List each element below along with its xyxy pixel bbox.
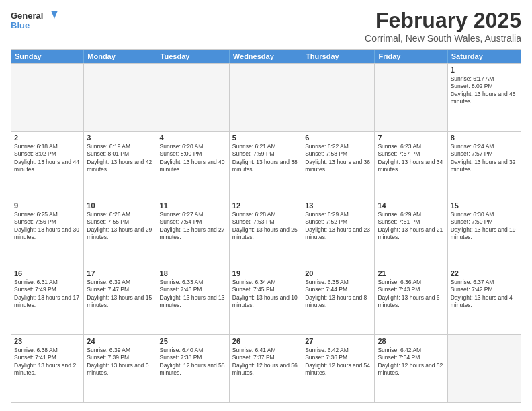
calendar-cell: 12Sunrise: 6:28 AM Sunset: 7:53 PM Dayli…	[230, 199, 302, 267]
cell-info: Sunrise: 6:28 AM Sunset: 7:53 PM Dayligh…	[232, 211, 299, 242]
calendar-row-3: 16Sunrise: 6:31 AM Sunset: 7:49 PM Dayli…	[11, 267, 521, 334]
calendar-row-1: 2Sunrise: 6:18 AM Sunset: 8:02 PM Daylig…	[11, 131, 521, 199]
day-header-wednesday: Wednesday	[230, 50, 302, 63]
calendar-cell: 3Sunrise: 6:19 AM Sunset: 8:01 PM Daylig…	[84, 132, 157, 199]
cell-day-number: 15	[451, 201, 518, 210]
cell-day-number: 11	[160, 201, 226, 210]
calendar-cell: 4Sunrise: 6:20 AM Sunset: 8:00 PM Daylig…	[157, 132, 230, 199]
cell-info: Sunrise: 6:17 AM Sunset: 8:02 PM Dayligh…	[451, 75, 518, 106]
calendar-cell: 20Sunrise: 6:35 AM Sunset: 7:44 PM Dayli…	[302, 267, 375, 334]
calendar-cell	[84, 64, 157, 131]
calendar-body: 1Sunrise: 6:17 AM Sunset: 8:02 PM Daylig…	[11, 63, 521, 402]
calendar-cell: 2Sunrise: 6:18 AM Sunset: 8:02 PM Daylig…	[11, 132, 84, 199]
cell-info: Sunrise: 6:39 AM Sunset: 7:39 PM Dayligh…	[87, 347, 153, 377]
cell-info: Sunrise: 6:20 AM Sunset: 8:00 PM Dayligh…	[160, 143, 226, 174]
month-title: February 2025	[365, 8, 521, 33]
calendar-cell: 18Sunrise: 6:33 AM Sunset: 7:46 PM Dayli…	[157, 267, 230, 334]
cell-info: Sunrise: 6:31 AM Sunset: 7:49 PM Dayligh…	[14, 279, 81, 310]
calendar-cell: 13Sunrise: 6:29 AM Sunset: 7:52 PM Dayli…	[302, 199, 375, 267]
cell-day-number: 26	[232, 337, 299, 345]
svg-marker-2	[51, 11, 58, 19]
day-header-sunday: Sunday	[11, 50, 84, 63]
calendar-row-2: 9Sunrise: 6:25 AM Sunset: 7:56 PM Daylig…	[11, 199, 521, 267]
calendar-cell: 6Sunrise: 6:22 AM Sunset: 7:58 PM Daylig…	[302, 132, 375, 199]
cell-info: Sunrise: 6:21 AM Sunset: 7:59 PM Dayligh…	[232, 143, 299, 174]
cell-day-number: 10	[87, 201, 153, 210]
cell-info: Sunrise: 6:29 AM Sunset: 7:51 PM Dayligh…	[378, 211, 444, 242]
calendar-cell: 11Sunrise: 6:27 AM Sunset: 7:54 PM Dayli…	[157, 199, 230, 267]
cell-day-number: 9	[14, 201, 81, 210]
cell-info: Sunrise: 6:25 AM Sunset: 7:56 PM Dayligh…	[14, 211, 81, 242]
calendar-cell: 22Sunrise: 6:37 AM Sunset: 7:42 PM Dayli…	[448, 267, 521, 334]
cell-day-number: 4	[160, 134, 226, 142]
cell-info: Sunrise: 6:35 AM Sunset: 7:44 PM Dayligh…	[305, 279, 371, 310]
calendar-cell: 10Sunrise: 6:26 AM Sunset: 7:55 PM Dayli…	[84, 199, 157, 267]
cell-info: Sunrise: 6:29 AM Sunset: 7:52 PM Dayligh…	[305, 211, 371, 242]
calendar-cell: 9Sunrise: 6:25 AM Sunset: 7:56 PM Daylig…	[11, 199, 84, 267]
calendar-cell	[302, 64, 375, 131]
cell-info: Sunrise: 6:40 AM Sunset: 7:38 PM Dayligh…	[160, 347, 226, 377]
calendar-cell	[230, 64, 302, 131]
day-header-thursday: Thursday	[302, 50, 375, 63]
cell-info: Sunrise: 6:26 AM Sunset: 7:55 PM Dayligh…	[87, 211, 153, 242]
calendar-cell	[11, 64, 84, 131]
cell-info: Sunrise: 6:23 AM Sunset: 7:57 PM Dayligh…	[378, 143, 444, 174]
cell-day-number: 28	[378, 337, 444, 345]
calendar-row-4: 23Sunrise: 6:38 AM Sunset: 7:41 PM Dayli…	[11, 334, 521, 402]
day-header-saturday: Saturday	[448, 50, 521, 63]
calendar-row-0: 1Sunrise: 6:17 AM Sunset: 8:02 PM Daylig…	[11, 63, 521, 131]
logo: General Blue	[11, 8, 58, 32]
cell-day-number: 3	[87, 134, 153, 142]
calendar-cell: 16Sunrise: 6:31 AM Sunset: 7:49 PM Dayli…	[11, 267, 84, 334]
calendar-cell: 26Sunrise: 6:41 AM Sunset: 7:37 PM Dayli…	[230, 335, 302, 402]
cell-info: Sunrise: 6:37 AM Sunset: 7:42 PM Dayligh…	[451, 279, 518, 310]
cell-info: Sunrise: 6:30 AM Sunset: 7:50 PM Dayligh…	[451, 211, 518, 242]
calendar-cell: 25Sunrise: 6:40 AM Sunset: 7:38 PM Dayli…	[157, 335, 230, 402]
location-title: Corrimal, New South Wales, Australia	[365, 33, 521, 44]
cell-day-number: 16	[14, 269, 81, 277]
cell-day-number: 5	[232, 134, 299, 142]
cell-info: Sunrise: 6:32 AM Sunset: 7:47 PM Dayligh…	[87, 279, 153, 310]
day-header-tuesday: Tuesday	[157, 50, 230, 63]
logo-svg: General Blue	[11, 8, 58, 32]
cell-info: Sunrise: 6:42 AM Sunset: 7:34 PM Dayligh…	[378, 347, 444, 377]
calendar-cell: 5Sunrise: 6:21 AM Sunset: 7:59 PM Daylig…	[230, 132, 302, 199]
cell-day-number: 25	[160, 337, 226, 345]
cell-info: Sunrise: 6:18 AM Sunset: 8:02 PM Dayligh…	[14, 143, 81, 174]
calendar-cell: 27Sunrise: 6:42 AM Sunset: 7:36 PM Dayli…	[302, 335, 375, 402]
calendar-cell: 19Sunrise: 6:34 AM Sunset: 7:45 PM Dayli…	[230, 267, 302, 334]
calendar-cell	[375, 64, 447, 131]
cell-day-number: 19	[232, 269, 299, 277]
cell-day-number: 23	[14, 337, 81, 345]
cell-day-number: 7	[378, 134, 444, 142]
svg-text:Blue: Blue	[11, 20, 30, 30]
cell-day-number: 13	[305, 201, 371, 210]
title-block: February 2025 Corrimal, New South Wales,…	[365, 8, 521, 44]
day-header-friday: Friday	[375, 50, 447, 63]
cell-info: Sunrise: 6:34 AM Sunset: 7:45 PM Dayligh…	[232, 279, 299, 310]
cell-info: Sunrise: 6:36 AM Sunset: 7:43 PM Dayligh…	[378, 279, 444, 310]
calendar-cell: 21Sunrise: 6:36 AM Sunset: 7:43 PM Dayli…	[375, 267, 447, 334]
calendar-header: SundayMondayTuesdayWednesdayThursdayFrid…	[11, 50, 521, 63]
cell-day-number: 14	[378, 201, 444, 210]
cell-day-number: 8	[451, 134, 518, 142]
cell-info: Sunrise: 6:33 AM Sunset: 7:46 PM Dayligh…	[160, 279, 226, 310]
calendar-cell: 24Sunrise: 6:39 AM Sunset: 7:39 PM Dayli…	[84, 335, 157, 402]
cell-info: Sunrise: 6:41 AM Sunset: 7:37 PM Dayligh…	[232, 347, 299, 377]
cell-info: Sunrise: 6:42 AM Sunset: 7:36 PM Dayligh…	[305, 347, 371, 377]
cell-day-number: 21	[378, 269, 444, 277]
cell-info: Sunrise: 6:22 AM Sunset: 7:58 PM Dayligh…	[305, 143, 371, 174]
cell-day-number: 17	[87, 269, 153, 277]
calendar-cell	[448, 335, 521, 402]
calendar-cell: 1Sunrise: 6:17 AM Sunset: 8:02 PM Daylig…	[448, 64, 521, 131]
cell-day-number: 20	[305, 269, 371, 277]
cell-day-number: 6	[305, 134, 371, 142]
calendar-cell: 15Sunrise: 6:30 AM Sunset: 7:50 PM Dayli…	[448, 199, 521, 267]
svg-text:General: General	[11, 11, 43, 21]
cell-day-number: 27	[305, 337, 371, 345]
cell-day-number: 24	[87, 337, 153, 345]
calendar-cell: 23Sunrise: 6:38 AM Sunset: 7:41 PM Dayli…	[11, 335, 84, 402]
cell-day-number: 22	[451, 269, 518, 277]
calendar-cell: 14Sunrise: 6:29 AM Sunset: 7:51 PM Dayli…	[375, 199, 447, 267]
cell-info: Sunrise: 6:24 AM Sunset: 7:57 PM Dayligh…	[451, 143, 518, 174]
